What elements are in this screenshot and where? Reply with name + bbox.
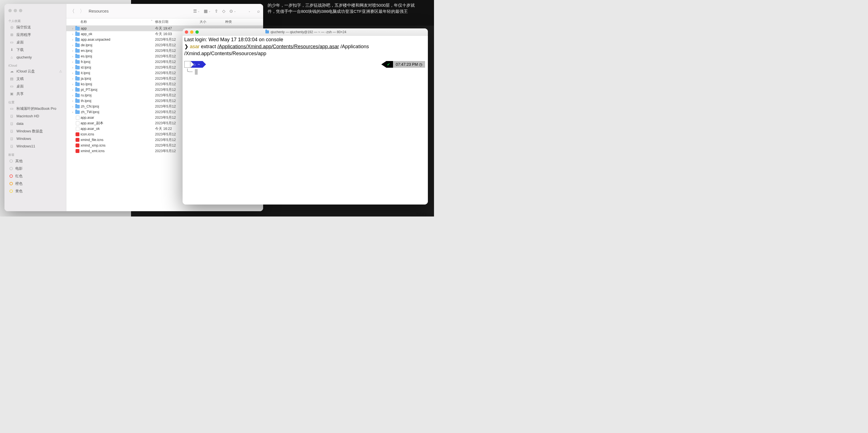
file-name: app.asar	[81, 115, 94, 120]
file-name: fr.lproj	[81, 60, 90, 64]
terminal-titlebar: qiuchenly — qiuchenly@192 — ~ — -zsh — 8…	[183, 28, 428, 36]
disk-icon: ⌼	[9, 129, 14, 133]
tag-icon[interactable]: ◇	[222, 9, 225, 14]
minimize-button[interactable]	[190, 30, 193, 34]
sidebar-item-location[interactable]: ⌼Macintosh HD	[4, 112, 66, 120]
disclosure-icon[interactable]: ›	[71, 77, 74, 80]
file-icon	[76, 121, 80, 125]
window-title: Resources	[89, 9, 109, 13]
nav-back-icon[interactable]: 〈	[70, 8, 75, 14]
tag-color-icon	[9, 167, 13, 170]
sidebar-item-favorite[interactable]: ⌂qiuchenly	[4, 54, 66, 61]
disclosure-icon[interactable]: ›	[71, 99, 74, 103]
sidebar-item-location[interactable]: ▭秋城落叶的MacBook Pro	[4, 105, 66, 112]
disclosure-icon[interactable]: ›	[71, 105, 74, 108]
disclosure-icon[interactable]: ›	[71, 55, 74, 58]
sidebar-item-location[interactable]: ⌼Windows	[4, 135, 66, 142]
disclosure-icon[interactable]: ›	[71, 33, 74, 36]
sidebar-item-favorite[interactable]: ⊞应用程序	[4, 31, 66, 38]
col-size[interactable]: 大小	[199, 20, 225, 24]
disclosure-icon[interactable]: ›	[71, 27, 74, 30]
sidebar-header-favorites: 个人收藏	[4, 18, 66, 24]
file-name: th.lproj	[81, 99, 91, 103]
disclosure-icon[interactable]: ›	[71, 72, 74, 75]
minimize-button[interactable]	[14, 9, 17, 12]
sidebar-item-location[interactable]: ⌼Windows11	[4, 142, 66, 150]
sidebar-item-tag[interactable]: 电影	[4, 165, 66, 172]
disclosure-icon[interactable]: ›	[71, 88, 74, 91]
sidebar-item-icloud[interactable]: ☁iCloud 云盘⚠︎	[4, 67, 66, 75]
overflow-icon[interactable]: ⌄	[248, 10, 251, 12]
view-list-icon[interactable]: ☰ ⌄	[193, 9, 200, 14]
close-button[interactable]	[185, 30, 188, 34]
status-divider	[381, 61, 386, 68]
disclosure-icon[interactable]: ›	[71, 83, 74, 86]
sidebar-item-icloud[interactable]: ▣共享	[4, 90, 66, 98]
file-name: zh_TW.lproj	[81, 110, 99, 114]
sidebar-item-label: Windows11	[17, 144, 35, 148]
file-name: ko.lproj	[81, 82, 92, 86]
sidebar-item-tag[interactable]: 黄色	[4, 187, 66, 195]
sidebar-item-tag[interactable]: 红色	[4, 172, 66, 180]
sidebar-item-label: iCloud 云盘	[17, 69, 35, 74]
disclosure-icon[interactable]: ›	[71, 111, 74, 114]
sidebar-item-label: 桌面	[17, 84, 24, 89]
laptop-icon: ▭	[9, 106, 14, 111]
share-icon[interactable]: ⇧	[215, 9, 218, 14]
disclosure-icon[interactable]: ›	[71, 66, 74, 69]
sidebar-item-label: 隔空投送	[17, 25, 31, 30]
sidebar-item-icloud[interactable]: ▤文稿	[4, 75, 66, 82]
folder-icon	[75, 105, 80, 108]
group-icon[interactable]: ▦ ⌄	[204, 9, 211, 14]
search-icon[interactable]: ⌕	[257, 9, 260, 13]
prompt-row: ⌂ ~ ✔ 07:47:23 PM ◷	[184, 61, 426, 68]
file-name: app.asar_ok	[81, 127, 100, 131]
finder-sidebar: 个人收藏 ◎隔空投送⊞应用程序▭桌面⬇下载⌂qiuchenly iCloud ☁…	[4, 4, 66, 211]
finder-toolbar: 〈 〉 Resources ☰ ⌄ ▦ ⌄ ⇧ ◇ ⊙ ⌄ ⌄ ⌕	[66, 4, 263, 19]
file-name: pt_PT.lproj	[81, 88, 97, 92]
icns-icon	[75, 143, 80, 147]
nav-forward-icon[interactable]: 〉	[80, 8, 85, 14]
sidebar-item-tag[interactable]: 橙色	[4, 180, 66, 187]
zoom-button[interactable]	[195, 30, 199, 34]
sidebar-item-location[interactable]: ⌼Windows 数据盘	[4, 127, 66, 135]
close-button[interactable]	[8, 9, 12, 12]
file-name: es.lproj	[81, 54, 92, 58]
sidebar-item-location[interactable]: ⌼data	[4, 120, 66, 127]
sidebar-item-favorite[interactable]: ▭桌面	[4, 38, 66, 46]
folder-icon	[75, 99, 80, 103]
desktop-icon: ▭	[9, 40, 14, 44]
zoom-button[interactable]	[19, 9, 22, 12]
folder-icon	[75, 32, 80, 36]
file-name: app.asar.unpacked	[81, 38, 111, 41]
tag-color-icon	[9, 190, 13, 193]
desktop-icon: ▭	[9, 84, 14, 88]
sidebar-item-icloud[interactable]: ▭桌面	[4, 82, 66, 90]
icns-icon	[75, 138, 80, 142]
disclosure-icon[interactable]: ›	[71, 44, 74, 47]
disclosure-icon[interactable]: ›	[71, 49, 74, 53]
sidebar-item-label: data	[17, 122, 23, 126]
sidebar-item-label: 电影	[15, 166, 23, 171]
folder-icon	[75, 27, 80, 30]
disclosure-icon[interactable]: ›	[71, 61, 74, 64]
terminal-body[interactable]: Last login: Wed May 17 18:03:04 on conso…	[183, 36, 428, 204]
apps-icon: ⊞	[9, 33, 14, 37]
disk-icon: ⌼	[9, 144, 14, 148]
sidebar-item-favorite[interactable]: ◎隔空投送	[4, 24, 66, 31]
col-name[interactable]: 名称⌃	[66, 20, 155, 24]
col-kind[interactable]: 种类	[225, 20, 263, 24]
action-icon[interactable]: ⊙ ⌄	[229, 9, 236, 14]
airdrop-icon: ◎	[9, 25, 14, 29]
folder-icon	[75, 77, 80, 80]
folder-icon	[75, 38, 80, 41]
sidebar-item-favorite[interactable]: ⬇下载	[4, 46, 66, 54]
col-date[interactable]: 修改日期	[155, 20, 199, 24]
file-name: id.lproj	[81, 65, 91, 69]
seg-divider	[190, 61, 194, 68]
disclosure-icon[interactable]: ›	[71, 38, 74, 41]
disclosure-icon[interactable]: ›	[71, 94, 74, 97]
file-name: en.lproj	[81, 49, 92, 53]
time-segment: 07:47:23 PM ◷	[393, 61, 425, 68]
sidebar-item-tag[interactable]: 其他	[4, 157, 66, 165]
